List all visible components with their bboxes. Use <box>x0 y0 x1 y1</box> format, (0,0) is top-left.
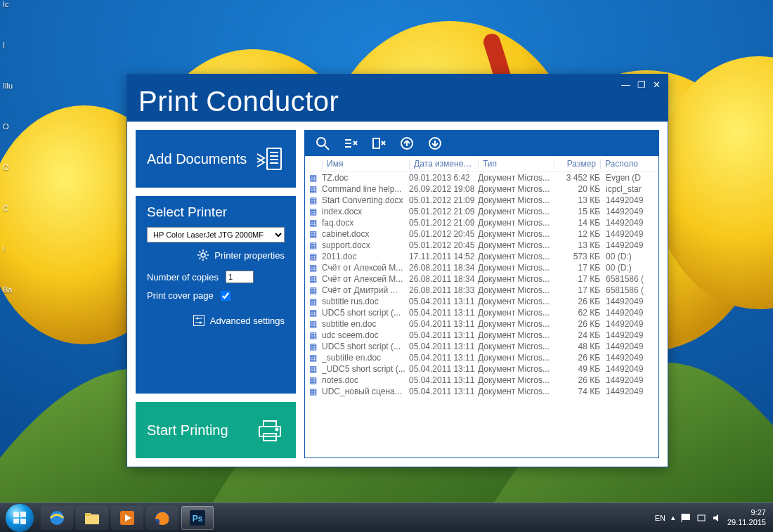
word-doc-icon: ▦ <box>309 319 322 329</box>
folder-icon <box>83 509 101 527</box>
cover-page-label: Print cover page <box>147 290 214 301</box>
file-row[interactable]: ▦notes.doc05.04.2011 13:11Документ Micro… <box>305 375 658 386</box>
svg-line-17 <box>206 258 207 259</box>
start-printing-button[interactable]: Start Printing <box>136 402 296 458</box>
word-doc-icon: ▦ <box>309 387 322 396</box>
tray-chevron-icon[interactable]: ▴ <box>671 513 675 522</box>
file-row[interactable]: ▦UDC5 short script (...05.04.2011 13:11Д… <box>305 307 658 318</box>
col-name: Имя <box>322 159 409 169</box>
tray-lang[interactable]: EN <box>655 514 665 522</box>
svg-rect-42 <box>20 512 26 517</box>
svg-rect-44 <box>20 519 26 524</box>
system-tray[interactable]: EN ▴ 9:27 29.11.2015 <box>655 508 773 528</box>
svg-line-30 <box>325 145 329 150</box>
word-doc-icon: ▦ <box>309 240 322 250</box>
svg-rect-46 <box>85 514 99 524</box>
word-doc-icon: ▦ <box>309 342 322 351</box>
maximize-button[interactable]: ❐ <box>637 80 646 89</box>
flag-icon[interactable] <box>681 513 691 523</box>
file-list-header[interactable]: Имя Дата изменения Тип Размер Располо <box>305 156 658 172</box>
minimize-button[interactable]: — <box>621 80 630 89</box>
file-row[interactable]: ▦Счёт от Алексей М...26.08.2011 18:34Док… <box>305 262 658 273</box>
svg-point-11 <box>201 253 205 257</box>
file-row[interactable]: ▦subtitle rus.doc05.04.2011 13:11Докумен… <box>305 296 658 307</box>
select-printer-header: Select Printer <box>147 205 285 220</box>
printer-select[interactable]: HP Color LaserJet JTG 2000MF <box>147 227 285 242</box>
taskbar-wmp[interactable] <box>111 506 143 530</box>
start-button[interactable] <box>6 504 34 532</box>
word-doc-icon: ▦ <box>309 330 322 340</box>
remove-selected-button[interactable] <box>337 134 364 153</box>
file-row[interactable]: ▦support.docx05.01.2012 20:45Документ Mi… <box>305 240 658 251</box>
file-row[interactable]: ▦UDC5 short script (...05.04.2011 13:11Д… <box>305 341 658 352</box>
word-doc-icon: ▦ <box>309 263 322 273</box>
app-title: Print Conductor <box>138 86 339 117</box>
printer-properties-link[interactable]: Printer properties <box>147 249 285 261</box>
taskbar: Ps EN ▴ 9:27 29.11.2015 <box>0 502 773 532</box>
close-button[interactable]: ✕ <box>653 80 661 89</box>
tray-clock[interactable]: 9:27 29.11.2015 <box>727 508 766 528</box>
volume-icon[interactable] <box>712 513 722 523</box>
import-icon <box>428 136 442 150</box>
network-icon[interactable] <box>696 513 706 523</box>
word-doc-icon: ▦ <box>309 308 322 318</box>
file-row[interactable]: ▦Command line help...26.09.2012 19:08Док… <box>305 183 658 195</box>
file-row[interactable]: ▦udc sceem.doc05.04.2011 13:11Документ M… <box>305 330 658 341</box>
svg-rect-47 <box>85 513 91 516</box>
taskbar-ie[interactable] <box>41 506 73 530</box>
file-row[interactable]: ▦_subtitle en.doc05.04.2011 13:11Докумен… <box>305 352 658 363</box>
file-row[interactable]: ▦subtitle en.doc05.04.2011 13:11Документ… <box>305 318 658 330</box>
svg-rect-36 <box>373 138 379 148</box>
file-row[interactable]: ▦TZ.doc09.01.2013 6:42Документ Micros...… <box>305 172 658 183</box>
svg-line-19 <box>206 251 207 252</box>
file-row[interactable]: ▦UDC_новый сцена...05.04.2011 13:11Докум… <box>305 386 658 397</box>
file-row[interactable]: ▦faq.docx05.01.2012 21:09Документ Micros… <box>305 217 658 228</box>
import-button[interactable] <box>422 134 448 153</box>
file-row[interactable]: ▦Счёт от Алексей М...26.08.2011 18:34Док… <box>305 273 658 285</box>
export-button[interactable] <box>394 134 420 153</box>
firefox-icon <box>153 509 171 527</box>
desktop-icon-strip: Ic I Illu O O C I Ba <box>3 0 15 326</box>
ps-icon: Ps <box>188 509 207 527</box>
file-toolbar <box>305 131 658 156</box>
app-window: Print Conductor — ❐ ✕ Add Documents Sele… <box>126 74 668 467</box>
add-documents-label: Add Documents <box>147 151 247 167</box>
word-doc-icon: ▦ <box>309 375 322 385</box>
word-doc-icon: ▦ <box>309 353 322 363</box>
list-remove-icon <box>344 136 358 150</box>
file-row[interactable]: ▦cabinet.docx05.01.2012 20:45Документ Mi… <box>305 228 658 240</box>
advanced-settings-link[interactable]: Advanced settings <box>147 315 285 326</box>
add-documents-button[interactable]: Add Documents <box>136 130 296 188</box>
sliders-icon <box>193 315 204 326</box>
svg-rect-53 <box>682 514 690 520</box>
word-doc-icon: ▦ <box>309 364 322 374</box>
ie-icon <box>48 509 66 527</box>
word-doc-icon: ▦ <box>309 218 322 228</box>
file-row[interactable]: ▦index.docx05.01.2012 21:09Документ Micr… <box>305 206 658 217</box>
svg-rect-20 <box>193 316 204 326</box>
file-row[interactable]: ▦2011.doc17.11.2011 14:52Документ Micros… <box>305 251 658 262</box>
file-row[interactable]: ▦Счёт от Дмитрий ...26.08.2011 18:33Доку… <box>305 285 658 296</box>
search-button[interactable] <box>309 134 336 153</box>
taskbar-photoshop[interactable]: Ps <box>181 506 214 530</box>
clear-list-button[interactable] <box>365 134 392 153</box>
cover-page-checkbox[interactable] <box>221 291 230 301</box>
svg-rect-26 <box>264 421 276 427</box>
copies-input[interactable] <box>226 271 254 283</box>
svg-point-24 <box>199 322 201 324</box>
search-icon <box>316 136 330 150</box>
svg-text:Ps: Ps <box>193 514 203 524</box>
file-row[interactable]: ▦_UDC5 short script (...05.04.2011 13:11… <box>305 363 658 375</box>
file-list[interactable]: Имя Дата изменения Тип Размер Располо ▦T… <box>305 156 658 458</box>
list-clear-icon <box>372 136 386 150</box>
copies-label: Number of copies <box>147 272 219 283</box>
col-location: Располо <box>600 159 654 169</box>
title-bar[interactable]: Print Conductor — ❐ ✕ <box>127 74 668 122</box>
taskbar-firefox[interactable] <box>146 506 178 530</box>
taskbar-explorer[interactable] <box>76 506 108 530</box>
windows-logo-icon <box>12 510 27 526</box>
word-doc-icon: ▦ <box>309 274 322 284</box>
col-modified: Дата изменения <box>409 159 478 169</box>
svg-marker-56 <box>713 514 718 521</box>
file-row[interactable]: ▦Start Converting.docx05.01.2012 21:09До… <box>305 195 658 206</box>
